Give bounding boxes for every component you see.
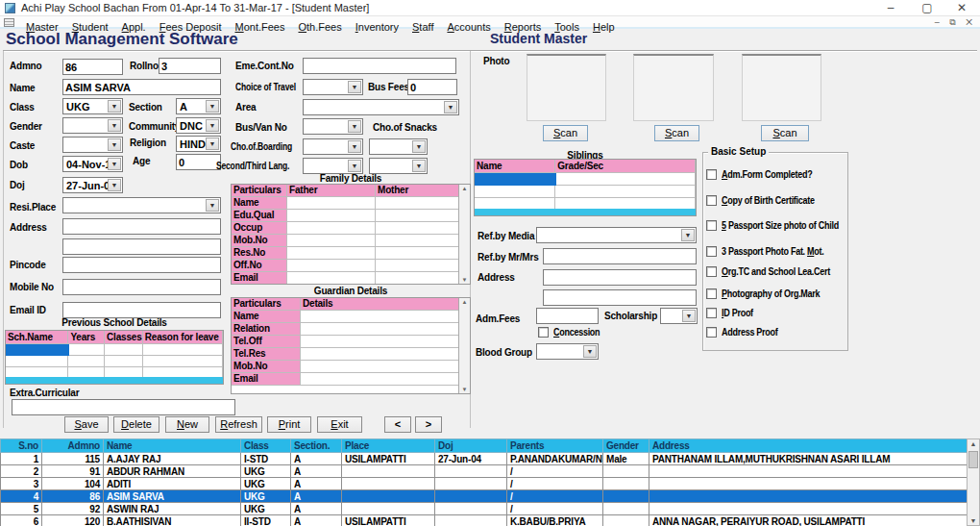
family-grid-scrollbar[interactable]: ▲▼ bbox=[458, 185, 470, 284]
checkbox-icon[interactable] bbox=[706, 288, 717, 299]
checkbox-icon[interactable] bbox=[706, 327, 717, 338]
checkbox-icon[interactable] bbox=[706, 246, 717, 257]
eme-cont-no-input[interactable] bbox=[303, 58, 456, 74]
delete-button[interactable]: Delete bbox=[113, 416, 159, 433]
concession-checkbox[interactable]: Concession bbox=[538, 327, 605, 338]
dob-combo[interactable]: 04-Nov-17▼ bbox=[62, 156, 123, 172]
gender-combo[interactable]: ▼ bbox=[62, 117, 123, 134]
basic-setup-checkbox-photography-of-org-mark[interactable]: Photography of Org.Mark bbox=[706, 288, 831, 299]
bus-fees-input[interactable] bbox=[407, 79, 457, 95]
close-button[interactable]: ✕ bbox=[945, 0, 978, 16]
menu-item-oth-fees[interactable]: Oth.Fees bbox=[298, 21, 341, 33]
scroll-up-icon[interactable]: ▲ bbox=[970, 440, 977, 447]
guardian-details-grid[interactable]: ▲▼ ParticularsDetailsNameRelationTel.Off… bbox=[231, 297, 471, 394]
records-column-header[interactable]: Parents bbox=[507, 439, 603, 453]
class-combo[interactable]: UKG▼ bbox=[62, 98, 123, 114]
rollno-input[interactable] bbox=[159, 58, 221, 74]
ref-address-input-2[interactable] bbox=[543, 289, 697, 306]
mobile-no-input[interactable] bbox=[62, 279, 221, 295]
choice-of-travel-combo[interactable]: ▼ bbox=[303, 79, 363, 95]
family-details-grid[interactable]: ▲▼ ParticularsFatherMotherNameEdu.QualOc… bbox=[231, 184, 471, 285]
menu-item-staff[interactable]: Staff bbox=[412, 21, 433, 33]
records-scrollbar[interactable]: ▲ ▼ bbox=[967, 438, 980, 526]
records-column-header[interactable]: Address bbox=[649, 439, 968, 453]
chevron-down-icon[interactable]: ▼ bbox=[681, 229, 695, 241]
resi-place-combo[interactable]: ▼ bbox=[62, 197, 221, 213]
records-column-header[interactable]: Class bbox=[241, 439, 291, 453]
basic-setup-checkbox-address-proof[interactable]: Address Proof bbox=[706, 327, 784, 338]
checkbox-icon[interactable] bbox=[706, 266, 717, 277]
ref-by-media-combo[interactable]: ▼ bbox=[536, 227, 697, 243]
maximize-button[interactable]: ▢ bbox=[911, 0, 943, 16]
scholarship-combo[interactable]: ▼ bbox=[660, 308, 698, 324]
table-row[interactable]: 592ASWIN RAJUKGA/ bbox=[1, 503, 968, 515]
chevron-down-icon[interactable]: ▼ bbox=[108, 119, 121, 132]
chevron-down-icon[interactable]: ▼ bbox=[108, 158, 121, 170]
chevron-down-icon[interactable]: ▼ bbox=[108, 100, 121, 113]
basic-setup-checkbox-5-passport-size-photo-of-child[interactable]: 5 Passport Size photo of Child bbox=[706, 220, 851, 231]
table-row[interactable]: 486ASIM SARVAUKGA/ bbox=[1, 490, 968, 503]
records-column-header[interactable]: Gender bbox=[603, 439, 649, 453]
checkbox-icon[interactable] bbox=[706, 169, 717, 180]
area-combo[interactable]: ▼ bbox=[303, 99, 459, 115]
table-row[interactable]: 1115A.AJAY RAJI-STDAUSILAMPATTI27-Jun-04… bbox=[1, 453, 968, 465]
scroll-down-icon[interactable]: ▼ bbox=[462, 387, 468, 392]
chevron-down-icon[interactable]: ▼ bbox=[348, 140, 361, 153]
ref-by-mrmrs-input[interactable] bbox=[543, 248, 697, 264]
mdi-window-controls[interactable]: – ⧉ ✕ bbox=[935, 17, 976, 28]
records-column-header[interactable]: Place bbox=[342, 439, 435, 453]
bus-van-no-combo[interactable]: ▼ bbox=[303, 118, 363, 135]
scroll-down-icon[interactable]: ▼ bbox=[462, 277, 468, 283]
address-input-1[interactable] bbox=[62, 218, 221, 235]
adm-fees-input[interactable] bbox=[536, 308, 599, 324]
menu-item-mont-fees[interactable]: Mont.Fees bbox=[235, 21, 285, 33]
table-row[interactable]: 6120B.AATHISIVANII-STDAUSILAMPATTIK.BABU… bbox=[1, 515, 968, 526]
second-lang-combo[interactable]: ▼ bbox=[303, 158, 363, 174]
table-row[interactable]: 291ABDUR RAHMANUKGA/ bbox=[1, 465, 968, 478]
chevron-down-icon[interactable]: ▼ bbox=[412, 160, 426, 172]
chevron-down-icon[interactable]: ▼ bbox=[206, 100, 219, 113]
blood-group-combo[interactable]: ▼ bbox=[536, 343, 599, 360]
scan-button-3[interactable]: Scan bbox=[761, 125, 809, 141]
scroll-down-icon[interactable]: ▼ bbox=[970, 517, 977, 524]
basic-setup-checkbox-id-proof[interactable]: ID Proof bbox=[706, 308, 757, 318]
checkbox-icon[interactable] bbox=[538, 327, 549, 338]
basic-setup-checkbox-adm-form-completed[interactable]: Adm.Form Completed? bbox=[706, 169, 822, 180]
chevron-down-icon[interactable]: ▼ bbox=[682, 310, 696, 322]
guardian-grid-scrollbar[interactable]: ▲▼ bbox=[458, 298, 470, 393]
religion-combo[interactable]: HINDU▼ bbox=[176, 136, 221, 152]
admno-input[interactable] bbox=[62, 59, 123, 75]
chevron-down-icon[interactable]: ▼ bbox=[348, 81, 361, 93]
minimize-button[interactable]: – bbox=[874, 0, 907, 16]
chevron-down-icon[interactable]: ▼ bbox=[348, 160, 361, 172]
next-record-button[interactable]: > bbox=[415, 416, 442, 433]
save-button[interactable]: Save bbox=[64, 416, 109, 433]
scan-button-2[interactable]: Scan bbox=[654, 125, 699, 141]
third-lang-combo[interactable]: ▼ bbox=[369, 158, 428, 174]
chevron-down-icon[interactable]: ▼ bbox=[108, 138, 121, 151]
cho-of-snacks-combo[interactable]: ▼ bbox=[369, 138, 428, 155]
records-column-header[interactable]: Section. bbox=[291, 439, 342, 453]
table-row[interactable]: 3104ADITIUKGA/ bbox=[1, 478, 968, 490]
records-column-header[interactable]: Admno bbox=[42, 439, 104, 453]
caste-combo[interactable]: ▼ bbox=[62, 137, 123, 153]
community-combo[interactable]: DNC▼ bbox=[176, 117, 221, 134]
exit-button[interactable]: Exit bbox=[317, 416, 362, 433]
chevron-down-icon[interactable]: ▼ bbox=[444, 101, 457, 113]
section-combo[interactable]: A▼ bbox=[176, 98, 221, 114]
email-id-input[interactable] bbox=[62, 302, 221, 318]
checkbox-icon[interactable] bbox=[706, 220, 717, 231]
age-input[interactable] bbox=[176, 154, 221, 170]
pincode-input[interactable] bbox=[62, 257, 221, 273]
new-button[interactable]: New bbox=[165, 416, 209, 433]
chevron-down-icon[interactable]: ▼ bbox=[412, 140, 426, 153]
previous-school-grid[interactable]: Sch.NameYearsClassesReason for leave bbox=[5, 330, 224, 385]
records-grid[interactable]: S.noAdmnoNameClassSection.PlaceDojParent… bbox=[0, 438, 967, 526]
prev-record-button[interactable]: < bbox=[384, 416, 411, 433]
records-column-header[interactable]: Doj bbox=[435, 439, 507, 453]
name-input[interactable] bbox=[62, 79, 221, 95]
address-input-2[interactable] bbox=[62, 238, 221, 255]
refresh-button[interactable]: Refresh bbox=[215, 416, 262, 433]
scrollbar-thumb[interactable] bbox=[968, 451, 978, 468]
extra-curricular-input[interactable] bbox=[12, 399, 235, 415]
